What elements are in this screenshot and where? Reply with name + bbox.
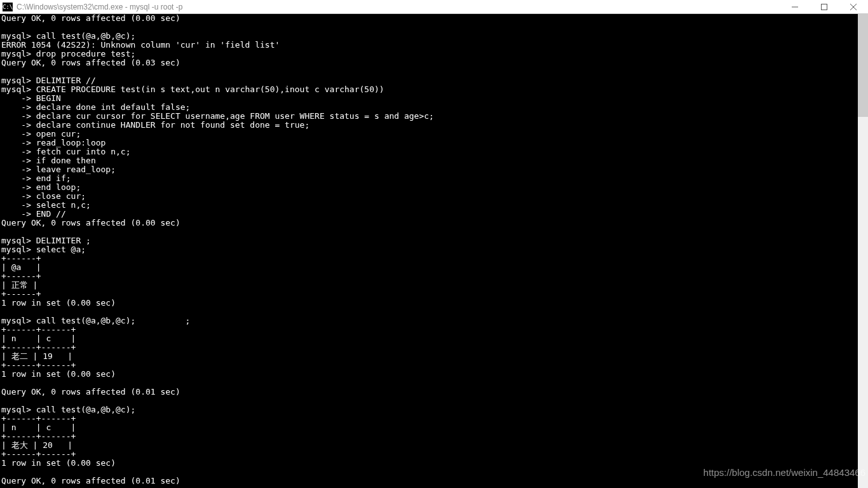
terminal-line: -> declare continue HANDLER for not foun…: [1, 121, 867, 130]
terminal-line: +------+------+: [1, 414, 867, 423]
terminal-line: +------+------+: [1, 325, 867, 334]
svg-rect-1: [822, 4, 827, 10]
terminal-line: +------+------+: [1, 450, 867, 459]
terminal-line: Query OK, 0 rows affected (0.00 sec): [1, 219, 867, 227]
terminal-line: mysql> CREATE PROCEDURE test(in s text,o…: [1, 85, 867, 94]
watermark: https://blog.csdn.net/weixin_44843466: [703, 467, 865, 478]
terminal-line: | 老大 | 20 |: [1, 441, 867, 450]
scrollbar-thumb[interactable]: [858, 14, 868, 117]
terminal-line: 1 row in set (0.00 sec): [1, 299, 867, 308]
window-controls: [780, 0, 868, 14]
terminal-line: -> leave read_loop;: [1, 165, 867, 174]
terminal-line: -> declare done int default false;: [1, 103, 867, 112]
terminal-line: -> select n,c;: [1, 201, 867, 210]
terminal-line: | 正常 |: [1, 281, 867, 290]
terminal-line: -> end loop;: [1, 183, 867, 192]
terminal-line: | n | c |: [1, 334, 867, 343]
terminal-line: Query OK, 0 rows affected (0.03 sec): [1, 58, 867, 67]
terminal-line: mysql> call test(@a,@b,@c);: [1, 32, 867, 41]
terminal-line: -> BEGIN: [1, 94, 867, 103]
terminal-line: +------+: [1, 290, 867, 299]
terminal-line: | n | c |: [1, 423, 867, 432]
titlebar[interactable]: C:\ C:\Windows\system32\cmd.exe - mysql …: [0, 0, 868, 14]
terminal-line: -> read_loop:loop: [1, 139, 867, 147]
terminal-line: 1 row in set (0.00 sec): [1, 370, 867, 379]
terminal-line: [1, 67, 867, 76]
terminal-line: [1, 308, 867, 316]
terminal-line: Query OK, 0 rows affected (0.00 sec): [1, 14, 867, 23]
terminal-line: -> open cur;: [1, 130, 867, 139]
maximize-button[interactable]: [810, 0, 839, 14]
terminal-line: -> declare cur cursor for SELECT usernam…: [1, 112, 867, 121]
terminal-line: +------+------+: [1, 432, 867, 441]
close-icon: [850, 4, 857, 10]
terminal-line: -> close cur;: [1, 192, 867, 201]
terminal-line: mysql> DELIMITER ;: [1, 236, 867, 245]
terminal-line: mysql> call test(@a,@b,@c);: [1, 405, 867, 414]
terminal-line: mysql> DELIMITER //: [1, 76, 867, 85]
terminal-line: 1 row in set (0.00 sec): [1, 459, 867, 468]
terminal-line: -> END //: [1, 210, 867, 219]
terminal-line: [1, 227, 867, 236]
terminal-line: Query OK, 0 rows affected (0.01 sec): [1, 388, 867, 396]
terminal-line: Query OK, 0 rows affected (0.01 sec): [1, 477, 867, 485]
terminal-line: [1, 23, 867, 32]
terminal-line: +------+: [1, 254, 867, 263]
maximize-icon: [821, 4, 827, 10]
terminal-line: mysql> select @a;: [1, 245, 867, 254]
minimize-button[interactable]: [780, 0, 810, 14]
terminal-line: +------+: [1, 272, 867, 281]
terminal-line: | 老二 | 19 |: [1, 352, 867, 361]
cmd-icon: C:\: [3, 3, 13, 11]
terminal-line: | @a |: [1, 263, 867, 272]
terminal-line: -> end if;: [1, 174, 867, 183]
close-button[interactable]: [839, 0, 868, 14]
terminal-line: mysql> call test(@a,@b,@c); ;: [1, 316, 867, 325]
minimize-icon: [792, 4, 798, 10]
terminal-output[interactable]: Query OK, 0 rows affected (0.00 sec) mys…: [0, 14, 868, 488]
terminal-line: ERROR 1054 (42S22): Unknown column 'cur'…: [1, 41, 867, 50]
terminal-line: mysql> drop procedure test;: [1, 50, 867, 58]
terminal-line: [1, 396, 867, 405]
terminal-line: -> fetch cur into n,c;: [1, 147, 867, 156]
terminal-line: [1, 379, 867, 388]
terminal-line: +------+------+: [1, 361, 867, 370]
terminal-line: +------+------+: [1, 343, 867, 352]
terminal-line: -> if done then: [1, 156, 867, 165]
cmd-window: C:\ C:\Windows\system32\cmd.exe - mysql …: [0, 0, 868, 488]
window-title: C:\Windows\system32\cmd.exe - mysql -u r…: [17, 3, 182, 11]
